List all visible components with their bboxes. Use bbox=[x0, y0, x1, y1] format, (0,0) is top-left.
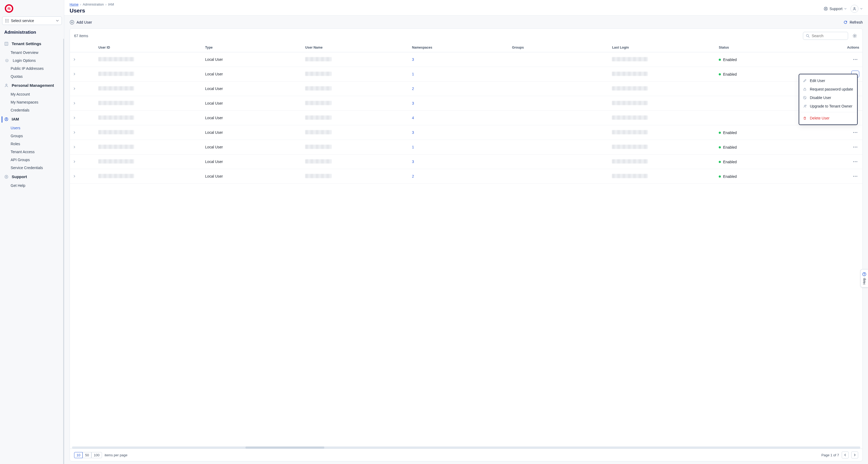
add-user-button[interactable]: Add User bbox=[70, 20, 92, 25]
namespaces-link[interactable]: 3 bbox=[412, 130, 414, 135]
namespaces-link[interactable]: 2 bbox=[412, 174, 414, 178]
page-size-100[interactable]: 100 bbox=[91, 452, 102, 458]
nav-roles[interactable]: Roles bbox=[0, 140, 63, 148]
col-groups[interactable]: Groups bbox=[509, 43, 609, 52]
nav-service-credentials[interactable]: Service Credentials bbox=[0, 164, 63, 172]
nav-users[interactable]: Users bbox=[0, 124, 63, 132]
ctx-upgrade-owner[interactable]: Upgrade to Tenant Owner bbox=[799, 102, 857, 110]
expand-row-toggle[interactable] bbox=[70, 52, 95, 67]
redacted-user-name bbox=[305, 115, 332, 120]
col-actions: Actions bbox=[816, 43, 862, 52]
horizontal-scrollbar[interactable] bbox=[72, 446, 860, 449]
prev-page-button[interactable] bbox=[842, 452, 848, 458]
cell-type: Local User bbox=[202, 169, 302, 184]
redacted-user-name bbox=[305, 174, 332, 178]
nav-quotas[interactable]: Quotas bbox=[0, 72, 63, 80]
ctx-disable-user[interactable]: Disable User bbox=[799, 93, 857, 102]
ctx-delete-user[interactable]: Delete User bbox=[799, 114, 857, 122]
refresh-icon bbox=[843, 20, 847, 25]
help-tab[interactable]: Help bbox=[860, 269, 868, 288]
user-menu[interactable] bbox=[850, 5, 863, 13]
expand-row-toggle[interactable] bbox=[70, 140, 95, 155]
table-row: Local User1Enabled bbox=[70, 67, 862, 81]
expand-row-toggle[interactable] bbox=[70, 67, 95, 81]
svg-point-44 bbox=[853, 146, 854, 147]
col-type[interactable]: Type bbox=[202, 43, 302, 52]
select-service-dropdown[interactable]: Select service bbox=[2, 16, 62, 25]
col-namespaces[interactable]: Namespaces bbox=[409, 43, 509, 52]
page-size-50[interactable]: 50 bbox=[83, 452, 91, 458]
ellipsis-icon bbox=[853, 59, 857, 60]
per-page-label: items per page bbox=[105, 453, 127, 457]
svg-point-25 bbox=[854, 35, 856, 37]
support-dropdown[interactable]: Support bbox=[824, 7, 847, 11]
namespaces-link[interactable]: 4 bbox=[412, 116, 414, 120]
expand-row-toggle[interactable] bbox=[70, 96, 95, 111]
expand-row-toggle[interactable] bbox=[70, 81, 95, 96]
page-size-group: 10 50 100 bbox=[74, 452, 102, 458]
nav-tenant-overview[interactable]: Tenant Overview bbox=[0, 48, 63, 57]
ctx-edit-user[interactable]: Edit User bbox=[799, 76, 857, 85]
svg-point-55 bbox=[804, 105, 805, 106]
namespaces-link[interactable]: 3 bbox=[412, 57, 414, 62]
namespaces-link[interactable]: 1 bbox=[412, 72, 414, 76]
nav-group-iam[interactable]: IAM bbox=[0, 114, 63, 124]
redacted-user-name bbox=[305, 101, 332, 105]
svg-text:f5: f5 bbox=[7, 7, 11, 11]
svg-point-14 bbox=[7, 60, 7, 61]
nav-get-help[interactable]: Get Help bbox=[0, 181, 63, 190]
expand-row-toggle[interactable] bbox=[70, 169, 95, 184]
cell-type: Local User bbox=[202, 111, 302, 125]
col-status[interactable]: Status bbox=[716, 43, 816, 52]
nav-groups[interactable]: Groups bbox=[0, 132, 63, 140]
nav-tenant-access[interactable]: Tenant Access bbox=[0, 148, 63, 156]
scrollbar-thumb[interactable] bbox=[245, 446, 324, 449]
ctx-request-password[interactable]: Request password update bbox=[799, 85, 857, 93]
next-page-button[interactable] bbox=[851, 452, 858, 458]
status-dot-icon bbox=[719, 59, 721, 61]
search-field[interactable] bbox=[803, 32, 848, 40]
row-actions-button[interactable] bbox=[851, 143, 859, 151]
namespaces-link[interactable]: 2 bbox=[412, 87, 414, 91]
namespaces-link[interactable]: 1 bbox=[412, 145, 414, 149]
nav-group-personal[interactable]: Personal Management bbox=[0, 80, 63, 90]
person-icon bbox=[4, 84, 9, 88]
redacted-user-name bbox=[305, 130, 332, 134]
row-actions-button[interactable] bbox=[851, 129, 859, 136]
page-size-10[interactable]: 10 bbox=[74, 452, 83, 458]
nav-my-account[interactable]: My Account bbox=[0, 90, 63, 98]
status-badge: Enabled bbox=[719, 174, 737, 179]
refresh-button[interactable]: Refresh bbox=[843, 20, 863, 25]
svg-point-28 bbox=[856, 59, 857, 60]
sidebar: f5 Select service Administration Tenant … bbox=[0, 0, 64, 464]
row-actions-button[interactable] bbox=[851, 158, 859, 165]
nav-group-tenant-settings[interactable]: Tenant Settings bbox=[0, 39, 63, 48]
namespaces-link[interactable]: 3 bbox=[412, 160, 414, 164]
crumb-home[interactable]: Home bbox=[70, 3, 79, 6]
nav-public-ip[interactable]: Public IP Addresses bbox=[0, 65, 63, 72]
row-actions-button[interactable] bbox=[851, 56, 859, 63]
expand-row-toggle[interactable] bbox=[70, 125, 95, 140]
svg-point-49 bbox=[856, 161, 857, 162]
col-last-login[interactable]: Last Login bbox=[609, 43, 716, 52]
nav-group-support[interactable]: Support bbox=[0, 172, 63, 181]
table-settings-button[interactable] bbox=[851, 32, 858, 39]
expand-row-toggle[interactable] bbox=[70, 111, 95, 125]
svg-point-11 bbox=[8, 22, 9, 23]
status-badge: Enabled bbox=[719, 145, 737, 150]
table-row: Local User3Enabled bbox=[70, 52, 862, 67]
nav-login-options[interactable]: Login Options bbox=[0, 57, 63, 65]
svg-point-21 bbox=[825, 8, 826, 9]
row-actions-button[interactable] bbox=[851, 173, 859, 180]
col-user-id[interactable]: User ID bbox=[95, 43, 202, 52]
nav-credentials[interactable]: Credentials bbox=[0, 106, 63, 114]
nav-api-groups[interactable]: API Groups bbox=[0, 156, 63, 164]
nav-my-namespaces[interactable]: My Namespaces bbox=[0, 98, 63, 106]
col-user-name[interactable]: User Name bbox=[302, 43, 409, 52]
namespaces-link[interactable]: 3 bbox=[412, 101, 414, 105]
redacted-last-login bbox=[612, 101, 648, 105]
expand-row-toggle[interactable] bbox=[70, 155, 95, 169]
table-row: Local User1Enabled bbox=[70, 140, 862, 155]
redacted-user-id bbox=[98, 159, 134, 164]
cell-type: Local User bbox=[202, 96, 302, 111]
